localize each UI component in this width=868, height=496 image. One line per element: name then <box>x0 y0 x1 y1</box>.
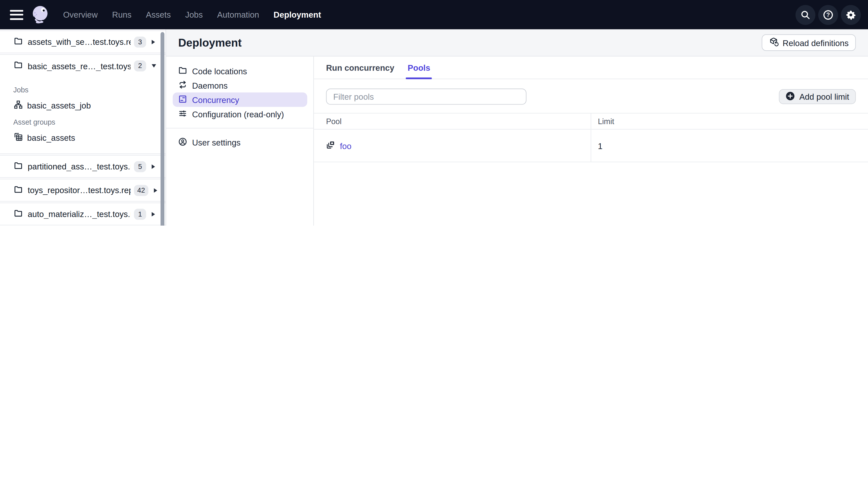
chevron-right-icon[interactable] <box>152 40 155 44</box>
code-location-row[interactable]: toys_repositor…test.toys.repo 42 <box>0 179 165 201</box>
hamburger-menu-icon[interactable] <box>10 10 23 20</box>
expanded-code-location-panel: Jobs basic_assets_job Asset groups basic… <box>0 77 165 154</box>
add-pool-limit-button[interactable]: Add pool limit <box>779 89 856 104</box>
subnav-code-locations[interactable]: Code locations <box>173 64 307 78</box>
code-location-row[interactable]: auto_materializ…_test.toys.repo 1 <box>0 203 165 225</box>
nav-runs[interactable]: Runs <box>112 10 131 19</box>
nav-overview[interactable]: Overview <box>63 10 98 19</box>
concurrency-icon <box>178 94 187 105</box>
concurrency-tabs: Run concurrency Pools <box>314 57 868 79</box>
concurrency-content: Run concurrency Pools Add pool limit <box>314 57 868 226</box>
asset-groups-section-header: Asset groups <box>0 113 165 130</box>
filter-pools-input[interactable] <box>326 89 526 105</box>
user-icon <box>178 137 187 148</box>
code-location-sidebar: assets_with_se…test.toys.repo 3 basic_as… <box>0 29 166 226</box>
pool-limit-value: 1 <box>598 141 602 150</box>
code-location-name: auto_materializ…_test.toys.repo <box>28 209 131 219</box>
pool-layers-icon <box>326 140 335 151</box>
jobs-section-header: Jobs <box>0 81 165 97</box>
chevron-right-icon[interactable] <box>152 212 155 216</box>
count-badge: 1 <box>134 208 146 219</box>
dagster-logo-icon[interactable] <box>30 4 51 25</box>
chevron-right-icon[interactable] <box>152 164 155 169</box>
count-badge: 42 <box>134 185 148 196</box>
nav-deployment[interactable]: Deployment <box>274 10 321 19</box>
deployment-subnav: Code locations Daemons Concurrency Confi… <box>166 57 314 226</box>
add-pool-limit-label: Add pool limit <box>799 92 849 101</box>
folder-icon <box>14 161 23 172</box>
code-location-list: assets_with_se…test.toys.repo 3 basic_as… <box>0 29 165 226</box>
reload-definitions-button[interactable]: Reload definitions <box>761 34 856 51</box>
sliders-icon <box>178 109 187 119</box>
main-area: Deployment Reload definitions Code locat… <box>166 29 868 226</box>
app-root: Overview Runs Assets Jobs Automation Dep… <box>0 0 868 226</box>
help-button[interactable]: ? <box>818 5 838 25</box>
folder-icon <box>14 208 23 219</box>
asset-group-name: basic_assets <box>27 133 75 142</box>
plus-circle-icon <box>786 91 795 102</box>
code-location-row[interactable]: basic_assets_re…_test.toys.rep 2 <box>0 55 165 77</box>
job-icon <box>14 100 23 111</box>
search-icon <box>801 10 810 20</box>
pool-name: foo <box>340 141 351 150</box>
nav-automation[interactable]: Automation <box>217 10 259 19</box>
subnav-label: Code locations <box>192 66 247 76</box>
subnav-label: Configuration (read-only) <box>192 109 284 119</box>
top-nav: Overview Runs Assets Jobs Automation Dep… <box>0 0 868 29</box>
subnav-daemons[interactable]: Daemons <box>173 78 307 92</box>
job-name: basic_assets_job <box>27 101 91 110</box>
asset-group-icon <box>14 133 23 143</box>
chevron-down-icon[interactable] <box>152 64 156 67</box>
page-header: Deployment Reload definitions <box>166 29 868 57</box>
column-header-pool: Pool <box>314 113 591 129</box>
subnav-divider <box>166 128 313 128</box>
folder-icon <box>14 185 23 196</box>
job-item[interactable]: basic_assets_job <box>0 97 165 113</box>
pools-table-header: Pool Limit <box>314 113 868 130</box>
nav-jobs[interactable]: Jobs <box>185 10 203 19</box>
nav-assets[interactable]: Assets <box>146 10 171 19</box>
count-badge: 5 <box>134 161 146 172</box>
folder-icon <box>14 36 23 47</box>
pool-table-row: foo 1 <box>314 130 868 162</box>
gear-icon <box>845 9 856 20</box>
code-location-row[interactable]: partitioned_ass…_test.toys.rep 5 <box>0 155 165 178</box>
reload-definitions-label: Reload definitions <box>783 38 849 47</box>
subnav-concurrency[interactable]: Concurrency <box>173 92 307 107</box>
count-badge: 2 <box>134 60 146 72</box>
chevron-right-icon[interactable] <box>154 188 157 192</box>
tab-run-concurrency[interactable]: Run concurrency <box>326 57 394 79</box>
code-location-name: toys_repositor…test.toys.repo <box>28 186 131 195</box>
help-icon: ? <box>823 9 834 20</box>
count-badge: 3 <box>134 36 146 47</box>
repeat-icon <box>178 80 187 91</box>
primary-nav: Overview Runs Assets Jobs Automation Dep… <box>63 10 321 19</box>
code-location-row[interactable]: assets_with_se…test.toys.repo 3 <box>0 30 165 53</box>
page-title: Deployment <box>178 36 242 49</box>
svg-text:?: ? <box>826 11 830 18</box>
subnav-label: Concurrency <box>192 95 239 104</box>
code-location-name: assets_with_se…test.toys.repo <box>28 37 131 46</box>
folder-icon <box>14 60 23 72</box>
code-location-name: partitioned_ass…_test.toys.rep <box>28 161 131 171</box>
top-nav-actions: ? <box>795 5 861 25</box>
pools-table: Pool Limit foo 1 <box>314 113 868 162</box>
column-header-limit: Limit <box>591 113 868 129</box>
pools-toolbar: Add pool limit <box>314 89 868 105</box>
search-button[interactable] <box>795 5 815 25</box>
reload-definitions-icon <box>769 37 778 48</box>
sidebar-scrollbar[interactable] <box>161 32 164 226</box>
subnav-label: User settings <box>192 138 241 147</box>
settings-button[interactable] <box>841 5 861 25</box>
folder-icon <box>178 66 187 76</box>
tab-pools[interactable]: Pools <box>408 57 430 79</box>
subnav-label: Daemons <box>192 81 227 90</box>
subnav-configuration[interactable]: Configuration (read-only) <box>173 107 307 121</box>
code-location-name: basic_assets_re…_test.toys.rep <box>28 61 131 71</box>
pool-link[interactable]: foo <box>326 140 351 151</box>
subnav-user-settings[interactable]: User settings <box>173 135 307 150</box>
asset-group-item[interactable]: basic_assets <box>0 130 165 146</box>
